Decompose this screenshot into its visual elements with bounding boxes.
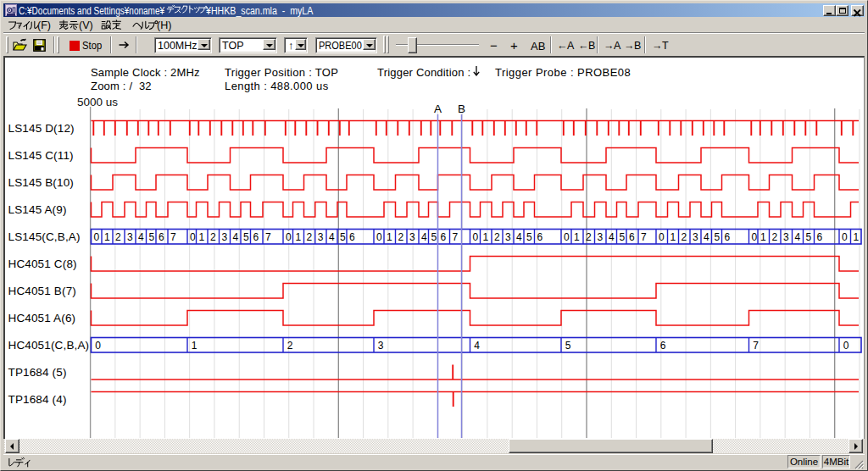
svg-text:0: 0 xyxy=(843,340,849,352)
svg-text:(V): (V) xyxy=(79,19,93,31)
svg-text:4: 4 xyxy=(138,231,144,243)
svg-text:3: 3 xyxy=(693,231,698,243)
svg-text:6: 6 xyxy=(816,231,822,243)
svg-text:3: 3 xyxy=(409,231,415,243)
svg-text:5: 5 xyxy=(565,340,571,352)
svg-text:5: 5 xyxy=(714,231,720,243)
svg-text:4: 4 xyxy=(609,231,615,243)
svg-text:3: 3 xyxy=(783,231,789,243)
svg-text:A: A xyxy=(434,103,442,115)
svg-text:0: 0 xyxy=(95,340,101,352)
svg-text:0: 0 xyxy=(286,231,292,243)
svg-text:6: 6 xyxy=(724,231,730,243)
svg-text:0: 0 xyxy=(751,231,757,243)
svg-text:4: 4 xyxy=(232,231,238,243)
svg-text:2: 2 xyxy=(115,231,121,243)
svg-text:3: 3 xyxy=(127,231,133,243)
svg-text:6: 6 xyxy=(349,231,355,243)
svg-text:0: 0 xyxy=(659,231,665,243)
svg-text:7: 7 xyxy=(753,340,759,352)
svg-text:6: 6 xyxy=(253,231,259,243)
svg-text:1: 1 xyxy=(295,231,301,243)
svg-text:1: 1 xyxy=(192,340,198,352)
svg-text:3: 3 xyxy=(597,231,603,243)
svg-text:4: 4 xyxy=(421,231,427,243)
svg-text:1: 1 xyxy=(104,231,110,243)
svg-text:7: 7 xyxy=(265,231,271,243)
svg-text:2: 2 xyxy=(287,340,293,352)
svg-text:2: 2 xyxy=(771,231,777,243)
svg-text:0: 0 xyxy=(190,231,196,243)
svg-text:7: 7 xyxy=(452,231,458,243)
svg-text:6: 6 xyxy=(537,231,542,243)
svg-text:4: 4 xyxy=(329,231,335,243)
svg-text:2: 2 xyxy=(398,231,403,243)
svg-text:3: 3 xyxy=(318,231,324,243)
svg-text:4: 4 xyxy=(474,340,480,352)
svg-text:(H): (H) xyxy=(157,19,171,31)
svg-text:6: 6 xyxy=(660,340,666,352)
svg-text:4: 4 xyxy=(704,231,709,243)
svg-text:4: 4 xyxy=(794,231,800,243)
svg-text:5: 5 xyxy=(340,231,346,243)
svg-text:B: B xyxy=(458,103,465,115)
svg-text:1: 1 xyxy=(853,231,859,243)
svg-text:1: 1 xyxy=(760,231,766,243)
svg-text:5: 5 xyxy=(148,231,154,243)
svg-text:1: 1 xyxy=(482,231,488,243)
svg-text:6: 6 xyxy=(629,231,635,243)
svg-text:0: 0 xyxy=(472,231,478,243)
svg-text:3: 3 xyxy=(505,231,511,243)
svg-text:2: 2 xyxy=(681,231,687,243)
svg-text:5: 5 xyxy=(526,231,532,243)
svg-text:7: 7 xyxy=(170,231,176,243)
svg-text:2: 2 xyxy=(494,231,500,243)
svg-text:6: 6 xyxy=(440,231,446,243)
svg-text:5: 5 xyxy=(431,231,437,243)
svg-text:5: 5 xyxy=(805,231,811,243)
svg-text:1: 1 xyxy=(387,231,392,243)
svg-text:2: 2 xyxy=(586,231,592,243)
svg-text:5: 5 xyxy=(619,231,625,243)
svg-text:6: 6 xyxy=(159,231,164,243)
svg-text:0: 0 xyxy=(376,231,382,243)
svg-text:7: 7 xyxy=(641,231,647,243)
svg-text:0: 0 xyxy=(93,231,99,243)
svg-text:1: 1 xyxy=(574,231,580,243)
svg-text:0: 0 xyxy=(842,231,848,243)
svg-text:5: 5 xyxy=(243,231,249,243)
svg-text:3: 3 xyxy=(221,231,227,243)
svg-text:5000 us: 5000 us xyxy=(77,96,118,108)
svg-text:4: 4 xyxy=(516,231,522,243)
svg-text:2: 2 xyxy=(306,231,312,243)
svg-text:1: 1 xyxy=(198,231,204,243)
svg-text:2: 2 xyxy=(210,231,216,243)
svg-text:3: 3 xyxy=(378,340,384,352)
svg-text:0: 0 xyxy=(564,231,570,243)
svg-text:1: 1 xyxy=(670,231,676,243)
